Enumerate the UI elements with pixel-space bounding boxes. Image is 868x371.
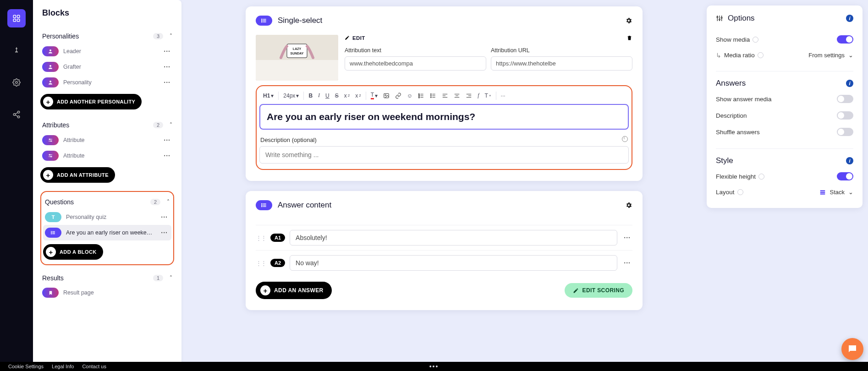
svg-point-4 [16,82,18,84]
plus-icon: + [260,285,270,295]
tb-subscript[interactable]: x2 [353,92,363,100]
tb-fontsize[interactable]: 24px▾ [281,92,301,100]
hint-icon[interactable] [753,37,758,43]
edit-scoring-button[interactable]: EDIT SCORING [565,283,632,298]
tb-superscript[interactable]: x2 [342,92,352,100]
description-toggle[interactable] [837,111,853,120]
footer: Cookie Settings Legal Info Contact us ••… [0,362,868,371]
description-info[interactable]: i [622,136,628,143]
drag-handle-icon[interactable]: ⋮⋮ [256,235,266,241]
answer-input[interactable] [290,230,617,246]
hint-icon[interactable] [758,52,764,58]
delete-media-button[interactable] [626,35,632,41]
answer-input[interactable] [290,255,617,271]
footer-drag-handle[interactable]: ••• [429,363,439,370]
question-item-selected[interactable]: Are you an early riser on weekend ... ··… [43,225,171,240]
attribute-item[interactable]: Attribute ··· [40,132,174,148]
tb-fx[interactable]: f [476,91,481,100]
answer-menu[interactable]: ··· [622,257,632,268]
personality-item[interactable]: Personality ··· [40,75,174,90]
tb-image[interactable] [381,92,391,100]
tb-underline[interactable]: U [324,92,331,100]
shuffle-toggle[interactable] [837,128,853,136]
show-media-toggle[interactable] [837,35,853,44]
drag-handle-icon[interactable]: ⋮⋮ [256,260,266,267]
description-input[interactable] [259,146,629,164]
item-menu[interactable]: ··· [162,150,172,161]
plus-icon: + [46,247,56,257]
tb-more[interactable]: ··· [499,92,507,100]
question-text-input[interactable]: Are you an early riser on weekend mornin… [259,104,629,130]
tb-strike[interactable]: S [333,92,341,100]
info-icon[interactable]: i [846,80,853,87]
info-icon[interactable]: i [846,157,853,164]
answer-menu[interactable]: ··· [622,232,632,243]
item-menu[interactable]: ··· [162,46,172,57]
media-thumbnail[interactable]: LAZY SUNDAY [256,35,338,81]
add-personality-button[interactable]: + ADD ANOTHER PERSONALITY [40,94,142,109]
tb-textcolor[interactable]: T▾ [369,91,379,100]
info-icon[interactable]: i [846,15,853,22]
add-answer-button[interactable]: + ADD AN ANSWER [256,282,332,299]
nav-share[interactable] [7,105,26,124]
flex-height-label: Flexible height [716,173,756,180]
attribute-item[interactable]: Attribute ··· [40,148,174,164]
chat-bubble[interactable] [841,338,863,360]
answer-badge: A1 [270,234,285,242]
attr-text-input[interactable] [345,56,486,71]
item-menu[interactable]: ··· [162,135,172,146]
attr-text-label: Attribution text [345,47,486,54]
add-attribute-button[interactable]: + ADD AN ATTRIBUTE [40,167,115,183]
nav-settings[interactable] [7,73,26,92]
question-item[interactable]: T Personality quiz ··· [43,209,171,225]
attr-url-input[interactable] [491,56,632,71]
tb-align-left[interactable] [440,92,450,100]
item-menu[interactable]: ··· [162,77,172,88]
footer-contact[interactable]: Contact us [82,364,106,369]
svg-point-66 [262,206,262,207]
edit-media-button[interactable]: EDIT [345,35,365,41]
tb-ul[interactable] [428,92,438,100]
item-menu[interactable]: ··· [159,227,170,238]
media-ratio-select[interactable]: From settings ⌄ [808,52,853,59]
answer-card-settings[interactable] [625,202,632,209]
svg-point-49 [431,93,432,94]
add-block-button[interactable]: + ADD A BLOCK [43,244,103,260]
footer-legal[interactable]: Legal Info [52,364,74,369]
section-attributes-head[interactable]: Attributes 2 ˄ [40,118,174,132]
card-settings[interactable] [625,17,632,24]
flex-height-toggle[interactable] [837,172,853,180]
item-menu[interactable]: ··· [162,61,172,72]
personality-item[interactable]: Grafter ··· [40,59,174,75]
tb-align-center[interactable] [452,92,462,100]
sliders-icon [42,151,59,161]
tb-emoji[interactable]: ☺ [405,92,414,100]
tb-align-right[interactable] [464,92,474,100]
nav-blocks[interactable] [7,9,26,27]
footer-cookie[interactable]: Cookie Settings [8,364,44,369]
tb-italic[interactable]: I [316,91,322,100]
layout-select[interactable]: Stack ⌄ [819,189,853,196]
nav-design[interactable] [7,41,26,60]
tb-bold[interactable]: B [307,92,314,100]
trash-icon [626,35,632,41]
tb-ol[interactable]: 123 [416,92,426,100]
result-item[interactable]: Result page [40,285,174,300]
svg-rect-74 [820,191,825,192]
item-menu[interactable]: ··· [159,212,170,223]
personality-item[interactable]: Leader ··· [40,44,174,59]
svg-point-72 [721,17,722,18]
list-icon [256,16,272,26]
show-answer-media-toggle[interactable] [837,95,853,103]
hint-icon[interactable] [758,174,764,180]
section-attributes-label: Attributes [42,121,69,129]
section-questions-head[interactable]: Questions 2 ˄ [43,195,171,209]
hint-icon[interactable] [737,189,743,195]
section-personalities-head[interactable]: Personalities 3 ˄ [40,29,174,44]
tb-link[interactable] [393,92,403,100]
section-results-head[interactable]: Results 1 ˄ [40,271,174,285]
tb-clear[interactable]: T× [483,92,493,100]
tb-heading[interactable]: H1▾ [261,92,275,100]
edit-scoring-label: EDIT SCORING [582,287,624,294]
add-attribute-label: ADD AN ATTRIBUTE [57,172,109,178]
